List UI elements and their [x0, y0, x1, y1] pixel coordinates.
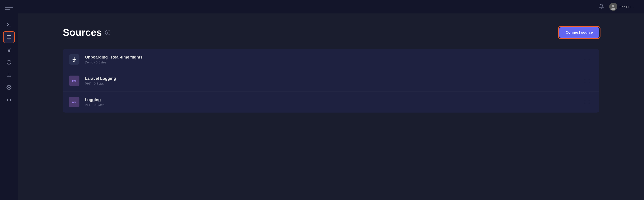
source-name: Logging — [85, 98, 581, 102]
sidebar — [0, 0, 18, 200]
username-label: Eric Hu — [620, 5, 630, 9]
source-meta: Demo · 0 Bytes — [85, 60, 581, 64]
source-item[interactable]: Onboarding · Real-time flights Demo · 0 … — [63, 49, 599, 70]
info-icon[interactable]: i — [105, 30, 110, 35]
svg-point-4 — [8, 49, 10, 50]
source-options-button[interactable]: ⋮⋮ — [581, 56, 593, 63]
source-info: Laravel Logging PHP · 0 Bytes — [85, 76, 581, 85]
sidebar-item-import[interactable] — [3, 69, 15, 81]
logo — [4, 3, 14, 13]
content-area: Sources i Connect source Onboarding · Re… — [18, 13, 644, 200]
topbar: Eric Hu ⌄ — [18, 0, 644, 13]
source-icon-flights — [69, 54, 80, 65]
page-header: Sources i Connect source — [63, 27, 599, 38]
user-menu[interactable]: Eric Hu ⌄ — [609, 3, 635, 11]
svg-rect-0 — [5, 7, 13, 8]
svg-rect-1 — [5, 9, 10, 10]
source-item[interactable]: php Logging PHP · 0 Bytes ⋮⋮ — [63, 91, 599, 113]
source-icon-php: php — [69, 76, 80, 86]
sidebar-item-settings[interactable] — [3, 82, 15, 93]
source-meta: PHP · 0 Bytes — [85, 103, 581, 107]
page-title: Sources — [63, 27, 102, 38]
sidebar-item-code[interactable] — [3, 94, 15, 106]
page-title-row: Sources i — [63, 27, 110, 38]
source-info: Logging PHP · 0 Bytes — [85, 98, 581, 107]
sidebar-item-sources[interactable] — [3, 31, 15, 43]
source-name: Onboarding · Real-time flights — [85, 55, 581, 60]
sources-list: Onboarding · Real-time flights Demo · 0 … — [63, 49, 599, 113]
source-options-button[interactable]: ⋮⋮ — [581, 77, 593, 84]
source-meta: PHP · 0 Bytes — [85, 82, 581, 85]
user-menu-chevron: ⌄ — [633, 5, 635, 8]
main-area: Eric Hu ⌄ Sources i Connect source Onbo — [18, 0, 644, 200]
svg-point-12 — [612, 5, 614, 7]
sidebar-item-terminal[interactable] — [3, 19, 15, 30]
svg-point-5 — [7, 48, 11, 52]
source-name: Laravel Logging — [85, 76, 581, 81]
svg-point-10 — [8, 87, 10, 88]
source-icon-php: php — [69, 97, 80, 107]
sidebar-item-alert[interactable] — [3, 56, 15, 68]
avatar — [609, 3, 617, 11]
source-options-button[interactable]: ⋮⋮ — [581, 99, 593, 105]
sidebar-item-observe[interactable] — [3, 44, 15, 56]
notifications-bell[interactable] — [599, 4, 604, 10]
source-item[interactable]: php Laravel Logging PHP · 0 Bytes ⋮⋮ — [63, 70, 599, 91]
svg-rect-3 — [7, 35, 11, 38]
source-info: Onboarding · Real-time flights Demo · 0 … — [85, 55, 581, 64]
connect-source-button[interactable]: Connect source — [560, 27, 599, 38]
